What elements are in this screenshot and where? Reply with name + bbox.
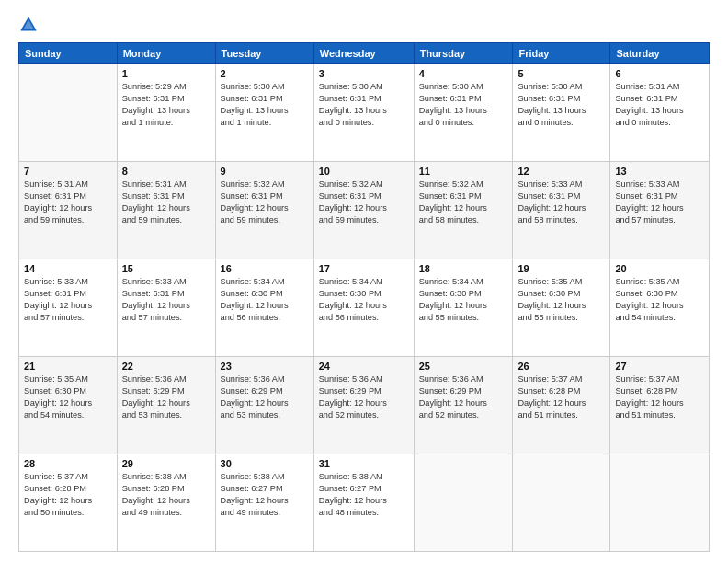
day-info: Sunrise: 5:37 AM Sunset: 6:28 PM Dayligh… xyxy=(615,373,704,421)
calendar-cell: 23Sunrise: 5:36 AM Sunset: 6:29 PM Dayli… xyxy=(215,357,313,454)
calendar-cell: 19Sunrise: 5:35 AM Sunset: 6:30 PM Dayli… xyxy=(513,259,610,357)
day-info: Sunrise: 5:32 AM Sunset: 6:31 PM Dayligh… xyxy=(419,178,508,226)
weekday-header-wednesday: Wednesday xyxy=(313,43,414,64)
day-number: 12 xyxy=(518,166,605,177)
calendar-week-row: 14Sunrise: 5:33 AM Sunset: 6:31 PM Dayli… xyxy=(19,259,710,357)
calendar-cell: 16Sunrise: 5:34 AM Sunset: 6:30 PM Dayli… xyxy=(215,259,313,357)
calendar-cell: 15Sunrise: 5:33 AM Sunset: 6:31 PM Dayli… xyxy=(117,259,215,357)
calendar-cell: 7Sunrise: 5:31 AM Sunset: 6:31 PM Daylig… xyxy=(19,162,118,259)
day-info: Sunrise: 5:37 AM Sunset: 6:28 PM Dayligh… xyxy=(24,471,112,519)
day-info: Sunrise: 5:38 AM Sunset: 6:27 PM Dayligh… xyxy=(319,471,409,519)
day-info: Sunrise: 5:34 AM Sunset: 6:30 PM Dayligh… xyxy=(221,276,309,324)
weekday-header-sunday: Sunday xyxy=(19,43,118,64)
day-number: 2 xyxy=(221,68,309,79)
calendar-cell: 24Sunrise: 5:36 AM Sunset: 6:29 PM Dayli… xyxy=(313,357,414,454)
day-number: 31 xyxy=(319,458,409,469)
day-number: 26 xyxy=(518,361,605,372)
day-number: 18 xyxy=(419,263,508,274)
calendar-week-row: 7Sunrise: 5:31 AM Sunset: 6:31 PM Daylig… xyxy=(19,162,710,259)
day-info: Sunrise: 5:32 AM Sunset: 6:31 PM Dayligh… xyxy=(221,178,309,226)
calendar-cell: 29Sunrise: 5:38 AM Sunset: 6:28 PM Dayli… xyxy=(117,454,215,552)
day-number: 7 xyxy=(24,166,112,177)
calendar-cell xyxy=(414,454,513,552)
calendar-cell: 26Sunrise: 5:37 AM Sunset: 6:28 PM Dayli… xyxy=(513,357,610,454)
day-info: Sunrise: 5:32 AM Sunset: 6:31 PM Dayligh… xyxy=(319,178,409,226)
day-number: 17 xyxy=(319,263,409,274)
logo xyxy=(18,15,42,35)
day-number: 20 xyxy=(615,263,704,274)
day-number: 28 xyxy=(24,458,112,469)
weekday-header-thursday: Thursday xyxy=(414,43,513,64)
day-info: Sunrise: 5:31 AM Sunset: 6:31 PM Dayligh… xyxy=(24,178,112,226)
day-number: 9 xyxy=(221,166,309,177)
calendar-cell: 28Sunrise: 5:37 AM Sunset: 6:28 PM Dayli… xyxy=(19,454,118,552)
day-number: 5 xyxy=(518,68,605,79)
weekday-header-monday: Monday xyxy=(117,43,215,64)
day-number: 19 xyxy=(518,263,605,274)
calendar-cell: 8Sunrise: 5:31 AM Sunset: 6:31 PM Daylig… xyxy=(117,162,215,259)
day-number: 22 xyxy=(122,361,210,372)
day-number: 6 xyxy=(615,68,704,79)
calendar-table: SundayMondayTuesdayWednesdayThursdayFrid… xyxy=(18,42,710,552)
calendar-cell: 11Sunrise: 5:32 AM Sunset: 6:31 PM Dayli… xyxy=(414,162,513,259)
day-number: 8 xyxy=(122,166,210,177)
day-info: Sunrise: 5:36 AM Sunset: 6:29 PM Dayligh… xyxy=(419,373,508,421)
calendar-body: 1Sunrise: 5:29 AM Sunset: 6:31 PM Daylig… xyxy=(19,64,710,552)
calendar-cell: 9Sunrise: 5:32 AM Sunset: 6:31 PM Daylig… xyxy=(215,162,313,259)
day-number: 23 xyxy=(221,361,309,372)
day-number: 16 xyxy=(221,263,309,274)
day-number: 21 xyxy=(24,361,112,372)
day-info: Sunrise: 5:34 AM Sunset: 6:30 PM Dayligh… xyxy=(419,276,508,324)
day-info: Sunrise: 5:33 AM Sunset: 6:31 PM Dayligh… xyxy=(24,276,112,324)
calendar-cell xyxy=(19,64,118,162)
calendar-cell: 1Sunrise: 5:29 AM Sunset: 6:31 PM Daylig… xyxy=(117,64,215,162)
calendar-week-row: 21Sunrise: 5:35 AM Sunset: 6:30 PM Dayli… xyxy=(19,357,710,454)
day-info: Sunrise: 5:30 AM Sunset: 6:31 PM Dayligh… xyxy=(518,81,605,129)
calendar-week-row: 28Sunrise: 5:37 AM Sunset: 6:28 PM Dayli… xyxy=(19,454,710,552)
calendar-cell: 5Sunrise: 5:30 AM Sunset: 6:31 PM Daylig… xyxy=(513,64,610,162)
calendar-cell: 30Sunrise: 5:38 AM Sunset: 6:27 PM Dayli… xyxy=(215,454,313,552)
calendar-cell: 13Sunrise: 5:33 AM Sunset: 6:31 PM Dayli… xyxy=(610,162,710,259)
day-info: Sunrise: 5:37 AM Sunset: 6:28 PM Dayligh… xyxy=(518,373,605,421)
calendar-cell: 27Sunrise: 5:37 AM Sunset: 6:28 PM Dayli… xyxy=(610,357,710,454)
calendar-cell: 2Sunrise: 5:30 AM Sunset: 6:31 PM Daylig… xyxy=(215,64,313,162)
day-info: Sunrise: 5:38 AM Sunset: 6:27 PM Dayligh… xyxy=(221,471,309,519)
day-number: 3 xyxy=(319,68,409,79)
calendar-cell: 17Sunrise: 5:34 AM Sunset: 6:30 PM Dayli… xyxy=(313,259,414,357)
day-info: Sunrise: 5:30 AM Sunset: 6:31 PM Dayligh… xyxy=(221,81,309,129)
calendar-cell: 10Sunrise: 5:32 AM Sunset: 6:31 PM Dayli… xyxy=(313,162,414,259)
day-info: Sunrise: 5:35 AM Sunset: 6:30 PM Dayligh… xyxy=(24,373,112,421)
calendar-cell xyxy=(513,454,610,552)
day-number: 24 xyxy=(319,361,409,372)
calendar-cell: 12Sunrise: 5:33 AM Sunset: 6:31 PM Dayli… xyxy=(513,162,610,259)
calendar-cell: 6Sunrise: 5:31 AM Sunset: 6:31 PM Daylig… xyxy=(610,64,710,162)
day-number: 1 xyxy=(122,68,210,79)
day-info: Sunrise: 5:33 AM Sunset: 6:31 PM Dayligh… xyxy=(615,178,704,226)
day-number: 30 xyxy=(221,458,309,469)
weekday-header-friday: Friday xyxy=(513,43,610,64)
calendar-cell xyxy=(610,454,710,552)
calendar-cell: 22Sunrise: 5:36 AM Sunset: 6:29 PM Dayli… xyxy=(117,357,215,454)
calendar-week-row: 1Sunrise: 5:29 AM Sunset: 6:31 PM Daylig… xyxy=(19,64,710,162)
day-number: 11 xyxy=(419,166,508,177)
calendar-header: SundayMondayTuesdayWednesdayThursdayFrid… xyxy=(19,43,710,64)
calendar-cell: 21Sunrise: 5:35 AM Sunset: 6:30 PM Dayli… xyxy=(19,357,118,454)
day-info: Sunrise: 5:30 AM Sunset: 6:31 PM Dayligh… xyxy=(419,81,508,129)
calendar-cell: 25Sunrise: 5:36 AM Sunset: 6:29 PM Dayli… xyxy=(414,357,513,454)
day-number: 25 xyxy=(419,361,508,372)
calendar-cell: 3Sunrise: 5:30 AM Sunset: 6:31 PM Daylig… xyxy=(313,64,414,162)
day-info: Sunrise: 5:36 AM Sunset: 6:29 PM Dayligh… xyxy=(319,373,409,421)
day-info: Sunrise: 5:33 AM Sunset: 6:31 PM Dayligh… xyxy=(122,276,210,324)
page: SundayMondayTuesdayWednesdayThursdayFrid… xyxy=(0,0,728,563)
calendar-cell: 20Sunrise: 5:35 AM Sunset: 6:30 PM Dayli… xyxy=(610,259,710,357)
calendar-cell: 4Sunrise: 5:30 AM Sunset: 6:31 PM Daylig… xyxy=(414,64,513,162)
day-number: 27 xyxy=(615,361,704,372)
weekday-header-row: SundayMondayTuesdayWednesdayThursdayFrid… xyxy=(19,43,710,64)
day-info: Sunrise: 5:31 AM Sunset: 6:31 PM Dayligh… xyxy=(615,81,704,129)
day-info: Sunrise: 5:36 AM Sunset: 6:29 PM Dayligh… xyxy=(122,373,210,421)
calendar-cell: 31Sunrise: 5:38 AM Sunset: 6:27 PM Dayli… xyxy=(313,454,414,552)
day-info: Sunrise: 5:35 AM Sunset: 6:30 PM Dayligh… xyxy=(615,276,704,324)
day-info: Sunrise: 5:29 AM Sunset: 6:31 PM Dayligh… xyxy=(122,81,210,129)
weekday-header-tuesday: Tuesday xyxy=(215,43,313,64)
day-number: 13 xyxy=(615,166,704,177)
